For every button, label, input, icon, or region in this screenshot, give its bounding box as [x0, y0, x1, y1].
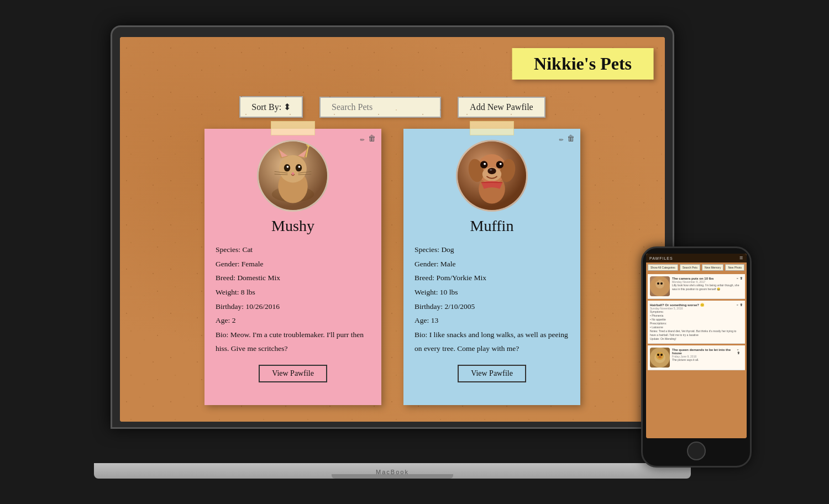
cards-container: ✏️ 🗑: [131, 129, 654, 405]
avatar-mushy: [257, 140, 329, 212]
pet-name-mushy: Mushy: [216, 217, 370, 235]
view-pawfile-mushy[interactable]: View Pawfile: [259, 365, 327, 382]
tape-mushy: [271, 121, 315, 135]
avatar-muffin: [456, 140, 528, 212]
phone-new-photo-btn[interactable]: New Photo: [725, 264, 744, 271]
svg-point-42: [660, 354, 663, 356]
app-title: Nikkie's Pets: [534, 54, 632, 74]
phone-card-2: Hairball? Or something worse? 😕 ✏️ 🗑 Sun…: [648, 301, 745, 344]
pet-name-muffin: Muffin: [414, 217, 569, 235]
svg-point-41: [657, 354, 659, 356]
mushy-birthday: Birthday: 10/26/2016: [216, 300, 370, 314]
pet-details-muffin: Species: Dog Gender: Male Breed: Pom/Yor…: [414, 243, 569, 356]
phone-screen: PAWFILES ☰ Show All Categories Search Pe…: [646, 254, 747, 438]
toolbar: Sort By: ⬍ Add New Pawfile: [131, 96, 654, 118]
phone-card-text-1: The camera puts on 10 lbs ✏️ 🗑 Monday No…: [672, 276, 743, 296]
search-input[interactable]: [319, 97, 441, 118]
muffin-gender: Gender: Male: [414, 257, 569, 271]
pet-details-mushy: Species: Cat Gender: Female Breed: Domes…: [216, 243, 370, 356]
svg-point-9: [296, 164, 302, 171]
svg-point-27: [480, 161, 487, 168]
phone-card-1: The camera puts on 10 lbs ✏️ 🗑 Monday No…: [648, 274, 745, 299]
device-label: MacBook: [376, 469, 409, 475]
macbook-bezel: Nikkie's Pets Sort By: ⬍ Add New Pawfile: [111, 25, 674, 429]
macbook-screen: Nikkie's Pets Sort By: ⬍ Add New Pawfile: [120, 37, 665, 422]
mushy-bio: Bio: Meow. I'm a cute troublemaker. I'll…: [216, 328, 370, 356]
card-actions-mushy: ✏️ 🗑: [360, 134, 376, 144]
svg-point-26: [490, 169, 492, 171]
card-actions-muffin: ✏️ 🗑: [559, 134, 575, 144]
muffin-birthday: Birthday: 2/10/2005: [414, 300, 569, 314]
mushy-gender: Gender: Female: [216, 257, 370, 271]
muffin-age: Age: 13: [414, 313, 569, 328]
phone-device: PAWFILES ☰ Show All Categories Search Pe…: [641, 246, 752, 468]
phone-new-memory-btn[interactable]: New Memory: [702, 264, 723, 271]
delete-icon-muffin[interactable]: 🗑: [567, 134, 575, 144]
tape-muffin: [470, 121, 514, 135]
phone-card-text-3: The queen demands to be let into the hou…: [672, 348, 743, 368]
mushy-weight: Weight: 8 lbs: [216, 285, 370, 300]
phone-cards: The camera puts on 10 lbs ✏️ 🗑 Monday No…: [646, 274, 747, 370]
phone-card-body-1: Lilly look how she's sitting. I'm being …: [672, 284, 743, 291]
phone-card-text-2: Hairball? Or something worse? 😕 ✏️ 🗑 Sun…: [650, 303, 743, 341]
svg-point-37: [660, 282, 663, 285]
corkboard: Nikkie's Pets Sort By: ⬍ Add New Pawfile: [120, 37, 665, 422]
muffin-bio: Bio: I like snacks and long walks, as we…: [414, 328, 569, 356]
edit-icon-mushy[interactable]: ✏️: [360, 134, 365, 144]
phone-home-button[interactable]: [687, 442, 706, 460]
pet-card-muffin: ✏️ 🗑: [403, 129, 580, 405]
svg-point-28: [496, 161, 503, 168]
phone-show-all-btn[interactable]: Show All Categories: [648, 264, 678, 271]
phone-card-title-3: The queen demands to be let into the hou…: [672, 348, 737, 355]
phone-toolbar: Show All Categories Search Pets New Memo…: [646, 262, 747, 272]
phone-search-btn[interactable]: Search Pets: [680, 264, 700, 271]
mushy-age: Age: 2: [216, 313, 370, 328]
add-pawfile-button[interactable]: Add New Pawfile: [458, 97, 545, 118]
phone-card-3: The queen demands to be let into the hou…: [648, 345, 745, 370]
phone-app-title: PAWFILES: [649, 256, 673, 260]
svg-point-10: [287, 166, 289, 168]
phone-thumb-3: [650, 348, 670, 368]
delete-icon-mushy[interactable]: 🗑: [368, 134, 376, 144]
macbook-base: MacBook: [94, 463, 691, 479]
muffin-breed: Breed: Pom/Yorkie Mix: [414, 271, 569, 285]
phone-thumb-1: [650, 276, 670, 296]
mushy-species: Species: Cat: [216, 243, 370, 257]
phone-header: PAWFILES ☰: [646, 254, 747, 262]
svg-point-11: [298, 166, 301, 168]
phone-card-title-1: The camera puts on 10 lbs: [672, 277, 713, 280]
muffin-weight: Weight: 10 lbs: [414, 285, 569, 300]
pet-card-mushy: ✏️ 🗑: [204, 129, 381, 405]
view-pawfile-muffin[interactable]: View Pawfile: [458, 365, 526, 382]
svg-point-8: [284, 164, 290, 171]
phone-card-body-3: The picture says it all.: [672, 358, 743, 362]
macbook-device: Nikkie's Pets Sort By: ⬍ Add New Pawfile: [111, 25, 718, 479]
sort-button[interactable]: Sort By: ⬍: [239, 96, 303, 118]
svg-point-30: [500, 163, 502, 165]
svg-point-29: [484, 163, 486, 165]
svg-point-18: [306, 141, 312, 147]
phone-card-title-2: Hairball? Or something worse? 😕: [650, 303, 704, 307]
phone-card-body-2: Symptoms: • Phonenia • No appetite Presc…: [650, 310, 743, 341]
edit-icon-muffin[interactable]: ✏️: [559, 134, 564, 144]
title-note: Nikkie's Pets: [512, 48, 654, 80]
svg-point-25: [487, 168, 496, 174]
svg-point-3: [279, 155, 307, 183]
svg-point-43: [658, 356, 662, 358]
phone-menu-icon[interactable]: ☰: [739, 256, 743, 260]
svg-point-36: [657, 282, 659, 285]
muffin-species: Species: Dog: [414, 243, 569, 257]
mushy-breed: Breed: Domestic Mix: [216, 271, 370, 285]
